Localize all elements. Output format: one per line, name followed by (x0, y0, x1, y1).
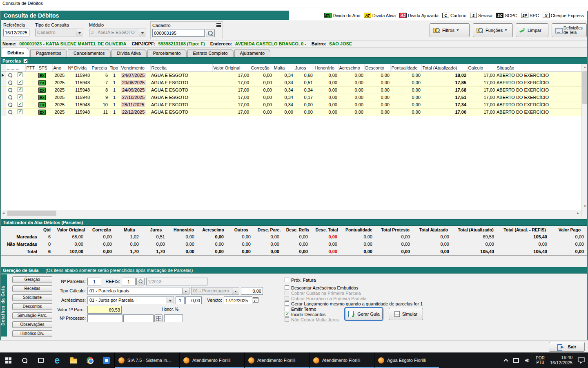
notification-icon[interactable] (578, 357, 585, 364)
porcentagem-input[interactable] (241, 287, 263, 295)
start-button[interactable] (0, 352, 16, 368)
debito-row[interactable]: EX 2025 115948 8 1 24/09/2025 AGUA E ESG… (0, 86, 581, 94)
row-checkbox[interactable] (18, 87, 22, 92)
limpar-button[interactable]: Limpar (516, 23, 548, 37)
row-search-icon[interactable] (8, 103, 13, 107)
option-gerar-lancamento[interactable]: Gerar Lançamento mesmo quando a quantida… (285, 301, 423, 306)
taskbar-app[interactable]: Agua Esgoto Fiorilli (374, 352, 439, 368)
language-indicator[interactable]: PORPTB (536, 356, 545, 365)
row-checkbox[interactable] (18, 94, 22, 99)
vencto-input[interactable] (224, 296, 252, 304)
row-check-cell[interactable] (15, 108, 25, 116)
checkbox[interactable] (285, 285, 289, 290)
acrescimos-valor-input[interactable] (185, 296, 202, 304)
tab[interactable]: Extrato Completo (187, 49, 234, 57)
row-detail-cell[interactable] (6, 86, 15, 94)
option-descontar-acrescimos[interactable]: Descontar Acréscimos Embutidos (285, 285, 423, 290)
n-processo-input[interactable] (87, 314, 122, 322)
tab[interactable]: Cancelamentos (68, 49, 110, 57)
edge-button[interactable]: e (49, 352, 65, 368)
tipo-consulta-select[interactable]: Cadastro (35, 29, 83, 36)
row-checkbox[interactable] (18, 102, 22, 107)
checkbox[interactable] (285, 307, 289, 311)
row-search-icon[interactable] (8, 73, 13, 78)
acrescimos-qtd-input[interactable] (176, 296, 185, 304)
row-search-icon[interactable] (8, 95, 13, 100)
tipo-calculo-select[interactable]: 01 - Parcelas Iguais (87, 287, 189, 295)
row-check-cell[interactable] (15, 94, 25, 101)
row-selector[interactable] (0, 72, 6, 79)
sidebar-button[interactable]: Observações (12, 321, 52, 328)
row-checkbox[interactable] (18, 72, 22, 77)
row-search-icon[interactable] (8, 81, 13, 85)
processo-extra-input[interactable] (123, 314, 154, 322)
valor-primeira-parcela-input[interactable] (87, 306, 122, 314)
display-icon[interactable] (513, 358, 519, 363)
calendar-icon[interactable] (253, 297, 258, 303)
refis-input[interactable] (122, 278, 136, 285)
clock[interactable]: 16:4016/12/2025 (550, 355, 572, 366)
cadastro-list-icon[interactable] (216, 23, 221, 27)
gerar-guia-button[interactable]: Gerar Guia (345, 308, 383, 320)
tab[interactable]: Pagamentos (30, 49, 67, 57)
row-detail-cell[interactable] (6, 101, 15, 108)
row-selector[interactable] (0, 108, 6, 116)
sidebar-button[interactable]: Simulação Parc. (12, 312, 52, 319)
taskbar-app[interactable]: SIA 7.5 - Sistema In... (114, 352, 179, 368)
cadastro-search-button[interactable] (206, 29, 215, 37)
taskbar-app[interactable]: Atendimento Fiorilli (309, 352, 374, 368)
horizontal-scrollbar[interactable]: ◄ ► (0, 210, 588, 217)
simular-button[interactable]: Simular (389, 308, 423, 320)
tab[interactable]: Dívida Ativa (111, 49, 147, 57)
tab[interactable]: Parcelamento (147, 49, 187, 57)
row-selector[interactable] (0, 86, 6, 94)
debito-row[interactable]: EX 2025 115948 9 1 27/10/2025 AGUA E ESG… (0, 94, 581, 101)
chrome-button[interactable] (82, 352, 98, 368)
sidebar-button[interactable]: Histórico Div. (12, 330, 52, 337)
tray-overflow-chevron-icon[interactable] (504, 359, 508, 363)
checkbox[interactable] (285, 301, 289, 306)
tab[interactable]: Ajuizamento (234, 49, 271, 57)
row-search-icon[interactable] (8, 88, 13, 92)
funcoes-button[interactable]: Funções (473, 23, 513, 37)
sidebar-button[interactable]: Geração (12, 276, 52, 283)
debito-row[interactable]: EX 2025 115948 7 1 20/08/2025 AGUA E ESG… (0, 79, 581, 86)
modulo-select[interactable]: 3 - ÁGUA E ESGOTO (89, 29, 146, 36)
sidebar-button[interactable]: Solicitante (12, 294, 52, 301)
scroll-left-button[interactable]: ◄ (0, 210, 7, 217)
debito-row[interactable]: EX 2025 115948 6 1 24/07/2025 AGUA E ESG… (0, 72, 581, 79)
taskbar-app[interactable]: Atendimento Fiorilli (179, 352, 244, 368)
taskbar-app[interactable]: Atendimento Fiorilli (244, 352, 309, 368)
processo-grid-button[interactable] (154, 314, 163, 322)
row-selector[interactable] (0, 94, 6, 101)
n-parcelas-input[interactable] (87, 278, 101, 285)
parcelas-checkbox[interactable] (23, 59, 28, 63)
taskbar-search-button[interactable] (16, 352, 33, 368)
row-detail-cell[interactable] (6, 108, 15, 116)
option-prox-fatura[interactable]: Próx. Fatura (285, 277, 423, 283)
horizontal-scroll-thumb[interactable] (7, 211, 56, 216)
row-search-icon[interactable] (8, 110, 13, 114)
row-checkbox[interactable] (18, 109, 22, 114)
scroll-right-button[interactable]: ► (575, 210, 581, 217)
row-detail-cell[interactable] (6, 79, 15, 86)
row-selector[interactable] (0, 79, 6, 86)
sidebar-button[interactable]: Receitas (12, 285, 52, 292)
row-detail-cell[interactable] (6, 72, 15, 79)
row-check-cell[interactable] (15, 72, 25, 79)
porcentagem-select[interactable]: 01 - Porcentagem (191, 287, 239, 295)
tab[interactable]: Débitos (2, 48, 29, 57)
task-view-button[interactable] (33, 352, 49, 368)
cadastro-input[interactable] (152, 29, 205, 37)
row-check-cell[interactable] (15, 101, 25, 108)
acrescimos-select[interactable]: 01 - Juros por Parcela (87, 296, 174, 304)
file-explorer-button[interactable] (65, 352, 82, 368)
refis-search-button[interactable] (136, 278, 145, 285)
checkbox[interactable] (285, 312, 289, 316)
row-selector[interactable] (0, 101, 6, 108)
speaker-icon[interactable] (524, 357, 530, 364)
row-detail-cell[interactable] (6, 94, 15, 101)
honor-input[interactable] (164, 314, 183, 322)
sair-button[interactable]: Sair (549, 342, 585, 352)
row-check-cell[interactable] (15, 86, 25, 94)
